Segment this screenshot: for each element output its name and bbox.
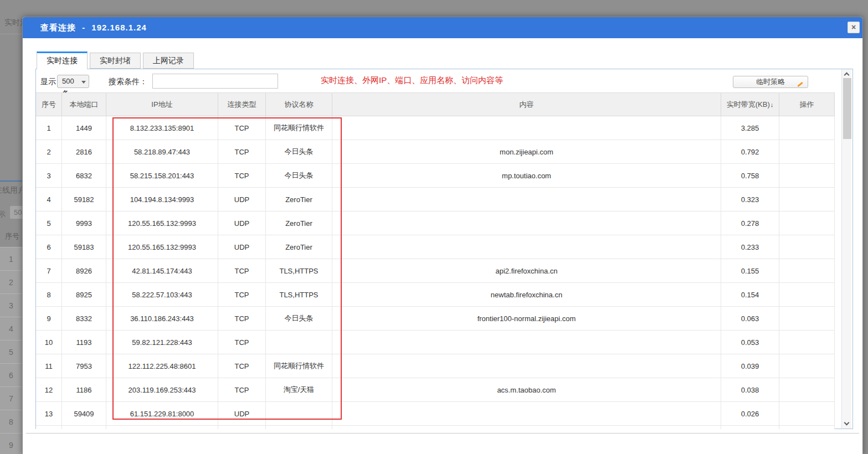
cell-port: 6832 [62,164,106,187]
cell-port: 1186 [62,378,106,401]
column-header-3[interactable]: 连接类型 [218,93,266,116]
cell-content: mon.zijieapi.com [332,140,721,163]
cell-port: 59183 [62,235,106,259]
cell-bandwidth: 0.323 [721,188,779,211]
cell-no: 10 [36,331,62,354]
cell-no: 6 [36,235,62,259]
column-header-1[interactable]: 本地端口 [62,93,106,116]
cell-content: api2.firefoxchina.cn [332,259,721,282]
cell-protocol: 今日头条 [266,140,332,163]
cell-bandwidth: 0.758 [721,164,779,187]
cell-bandwidth: 0.053 [721,331,779,354]
cell-type: UDP [218,211,266,235]
table-row: 9833236.110.186.243:443TCP今日头条frontier10… [36,307,835,331]
cell-content: frontier100-normal.zijieapi.com [332,307,721,330]
table-row: 135940961.151.229.81:8000UDP0.026 [36,402,835,426]
display-count-select[interactable]: 500条 [57,75,89,88]
cell-ip: 203.119.169.253:443 [106,378,218,401]
cell-protocol: ZeroTier [266,211,332,235]
tab-0[interactable]: 实时连接 [37,51,88,69]
sort-desc-icon: ↓ [771,101,774,108]
cell-action [779,140,835,163]
column-header-2[interactable]: IP地址 [106,93,218,116]
background-table-row: 5 [0,340,22,363]
scrollbar-thumb[interactable] [843,78,851,139]
scroll-down-icon[interactable] [842,419,851,429]
cell-protocol [266,331,332,354]
cell-no: 12 [36,378,62,401]
cell-content [332,116,721,140]
cell-no [36,426,62,429]
cell-no: 9 [36,307,62,330]
table-row: 10119359.82.121.228:443TCP0.053 [36,331,835,354]
table-row: 459182104.194.8.134:9993UDPZeroTier0.323 [36,188,835,211]
cell-type: TCP [218,354,266,378]
cell-ip: 122.112.225.48:8601 [106,354,218,378]
cell-action [779,378,835,401]
scroll-up-icon[interactable] [842,69,851,79]
column-header-0[interactable]: 序号 [36,93,62,116]
cell-protocol: ZeroTier [266,188,332,211]
background-table-row: 8 [0,410,22,433]
cell-content [332,426,721,429]
cell-content: mp.toutiao.com [332,164,721,187]
cell-type: TCP [218,331,266,354]
cell-content [332,331,721,354]
column-header-4[interactable]: 协议名称 [266,93,332,116]
temporary-policy-label: 临时策略 [756,78,785,86]
cell-ip: 120.55.165.132:9993 [106,235,218,259]
cell-no: 8 [36,283,62,306]
cell-bandwidth: 0.026 [721,402,779,425]
background-table-row: 7 [0,386,22,410]
cell-ip: 61.151.229.81:8000 [106,402,218,425]
connections-table: 序号本地端口IP地址连接类型协议名称内容实时带宽(KB)↓操作 114498.1… [36,92,835,429]
cell-bandwidth: 0.233 [721,235,779,259]
cell-bandwidth: 0.039 [721,354,779,378]
table-row: 2281658.218.89.47:443TCP今日头条mon.zijieapi… [36,140,835,164]
table-header-row: 序号本地端口IP地址连接类型协议名称内容实时带宽(KB)↓操作 [36,92,835,116]
tab-2[interactable]: 上网记录 [143,53,194,69]
cell-no: 5 [36,211,62,235]
background-table-row: 2 [0,270,22,293]
cell-ip: 59.82.121.228:443 [106,331,218,354]
tab-content-panel: 显示 500条 搜索条件： 实时连接、外网IP、端口、应用名称、访问内容等 临时… [35,69,853,429]
table-row: 121186203.119.169.253:443TCP淘宝/天猫acs.m.t… [36,378,835,402]
cell-ip: 8.132.233.135:8901 [106,116,218,140]
cell-protocol: 今日头条 [266,307,332,330]
cell-ip: 104.194.8.134:9993 [106,188,218,211]
dialog-bottom-divider [26,433,859,434]
cell-port: 7953 [62,354,106,378]
cell-action [779,164,835,187]
cell-bandwidth: 0.038 [721,378,779,401]
temporary-policy-button[interactable]: 临时策略 [733,76,808,88]
tab-1[interactable]: 实时封堵 [90,53,141,69]
background-display-label: 显示 [0,209,6,219]
cell-type [218,426,266,429]
vertical-scrollbar[interactable] [841,69,851,429]
cell-action [779,402,835,425]
cell-type: TCP [218,116,266,140]
cell-content [332,235,721,259]
search-input[interactable] [152,74,278,89]
cell-action [779,116,835,140]
background-blue-divider [0,180,25,182]
background-table-row: 6 [0,363,22,386]
table-row: 659183120.55.165.132:9993UDPZeroTier0.23… [36,235,835,259]
cell-content [332,211,721,235]
pencil-icon [797,82,803,87]
display-count-label: 显示 [40,77,56,87]
cell-no: 7 [36,259,62,282]
cell-action [779,188,835,211]
cell-type: UDP [218,235,266,259]
cell-port: 8925 [62,283,106,306]
column-header-6[interactable]: 实时带宽(KB)↓ [721,93,779,116]
cell-ip: 42.81.145.174:443 [106,259,218,282]
close-icon[interactable]: × [848,22,860,33]
column-header-5[interactable]: 内容 [332,93,721,116]
column-header-7[interactable]: 操作 [779,93,835,116]
table-row: 117953122.112.225.48:8601TCP同花顺行情软件0.039 [36,354,835,378]
view-connections-dialog: 查看连接 - 192.168.1.24 × 实时连接实时封堵上网记录 显示 50… [22,17,863,454]
cell-protocol: 同花顺行情软件 [266,116,332,140]
cell-content: acs.m.taobao.com [332,378,721,401]
cell-protocol: 同花顺行情软件 [266,354,332,378]
